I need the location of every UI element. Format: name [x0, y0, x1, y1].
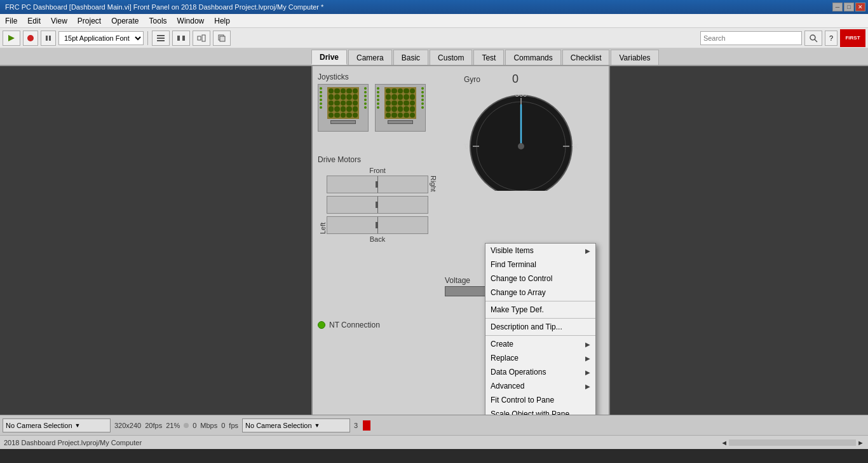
nt-dot: [318, 321, 325, 329]
joystick-1-left-dots: [320, 87, 322, 109]
ctx-find-terminal[interactable]: Find Terminal: [485, 258, 595, 272]
joystick-1-right-dots: [364, 87, 367, 109]
ctx-advanced[interactable]: Advanced ▶: [485, 379, 595, 393]
svg-rect-10: [202, 35, 205, 41]
panel-area: Joysticks: [0, 66, 868, 415]
menu-edit[interactable]: Edit: [22, 14, 46, 27]
dot: [421, 95, 424, 97]
ctx-sep-2: [485, 318, 595, 319]
ctx-data-operations[interactable]: Data Operations ▶: [485, 365, 595, 379]
ctx-advanced-label: Advanced: [491, 382, 524, 390]
search-input[interactable]: [700, 31, 802, 45]
close-button[interactable]: ✕: [855, 3, 865, 11]
camera-mbps-val: 0: [193, 422, 196, 429]
help-button[interactable]: ?: [825, 31, 837, 46]
dot: [377, 106, 379, 109]
dot: [334, 88, 339, 93]
run-arrow-button[interactable]: [3, 31, 20, 46]
camera-mbps-label: Mbps: [200, 422, 217, 429]
svg-marker-0: [8, 35, 15, 41]
dot: [341, 100, 346, 106]
dot: [346, 106, 351, 111]
motor-bar-3: [327, 216, 428, 234]
ctx-replace[interactable]: Replace ▶: [485, 351, 595, 365]
tab-basic[interactable]: Basic: [393, 50, 428, 65]
dot: [334, 94, 339, 99]
dot: [398, 88, 403, 93]
menu-file[interactable]: File: [0, 14, 22, 27]
resize-button[interactable]: [193, 31, 210, 46]
tab-custom[interactable]: Custom: [430, 50, 472, 65]
dot: [421, 99, 424, 101]
joystick-2: [375, 84, 426, 132]
left-panel: [0, 66, 311, 415]
dot: [353, 106, 358, 111]
tab-camera[interactable]: Camera: [348, 50, 392, 65]
dot: [341, 88, 346, 93]
joystick-2-right-dots: [421, 87, 424, 109]
drive-motors-front: Front: [318, 167, 437, 174]
font-select[interactable]: 15pt Application Font: [58, 31, 144, 45]
dot: [346, 113, 351, 118]
tab-drive[interactable]: Drive: [311, 50, 347, 65]
gyro-section: Gyro 0 360 90 -270: [464, 73, 578, 191]
dot: [377, 95, 379, 97]
pause-button[interactable]: [41, 31, 56, 46]
tab-strip: Drive Camera Basic Custom Test Commands …: [0, 48, 868, 66]
dot: [364, 102, 367, 105]
scroll-right-icon[interactable]: ►: [857, 439, 864, 446]
ctx-fit-control[interactable]: Fit Control to Pane: [485, 393, 595, 407]
maximize-button[interactable]: □: [844, 3, 854, 11]
camera-bar: No Camera Selection ▼ 320x240 20fps 21% …: [0, 415, 868, 435]
distribute-button[interactable]: [172, 31, 190, 46]
gyro-label: Gyro: [464, 75, 480, 84]
svg-point-24: [518, 143, 524, 149]
camera-left-select[interactable]: No Camera Selection ▼: [3, 418, 111, 432]
order-button[interactable]: [213, 31, 231, 46]
menu-view[interactable]: View: [46, 14, 72, 27]
dot: [421, 102, 424, 105]
dot: [398, 113, 403, 118]
camera-left-select-arrow: ▼: [75, 422, 81, 429]
ctx-change-to-control[interactable]: Change to Control: [485, 272, 595, 286]
minimize-button[interactable]: ─: [832, 3, 843, 11]
ctx-change-to-array[interactable]: Change to Array: [485, 286, 595, 300]
search-button[interactable]: [804, 31, 822, 46]
dot: [346, 88, 351, 93]
tab-variables[interactable]: Variables: [611, 50, 658, 65]
ctx-sep-3: [485, 335, 595, 336]
scroll-left-icon[interactable]: ◄: [721, 439, 728, 446]
ctx-visible-items[interactable]: Visible Items ▶: [485, 244, 595, 258]
tab-commands[interactable]: Commands: [505, 50, 560, 65]
dot: [377, 87, 379, 90]
main-content: Drive Camera Basic Custom Test Commands …: [0, 48, 868, 435]
dot: [341, 94, 346, 99]
status-scrollbar[interactable]: ◄ ►: [721, 439, 864, 446]
ctx-create-label: Create: [491, 340, 513, 349]
menu-window[interactable]: Window: [172, 14, 210, 27]
joysticks-section: Joysticks: [318, 73, 426, 132]
svg-rect-2: [46, 36, 48, 41]
menu-tools[interactable]: Tools: [144, 14, 172, 27]
nt-connection: NT Connection: [318, 321, 380, 329]
svg-rect-12: [220, 36, 225, 41]
menu-help[interactable]: Help: [209, 14, 235, 27]
menu-operate[interactable]: Operate: [106, 14, 144, 27]
dot: [341, 106, 346, 111]
dot: [421, 87, 424, 90]
align-button[interactable]: [152, 31, 170, 46]
tab-test[interactable]: Test: [473, 50, 504, 65]
dot: [403, 100, 409, 106]
tab-checklist[interactable]: Checklist: [562, 50, 610, 65]
ctx-make-type-def[interactable]: Make Type Def.: [485, 303, 595, 317]
ctx-advanced-arrow: ▶: [585, 383, 590, 390]
camera-right-select[interactable]: No Camera Selection ▼: [242, 418, 350, 432]
ctx-create[interactable]: Create ▶: [485, 337, 595, 351]
menu-bar: File Edit View Project Operate Tools Win…: [0, 14, 868, 28]
dot: [377, 91, 379, 93]
joystick-1-bar: [330, 120, 356, 124]
ctx-scale-object[interactable]: Scale Object with Pane: [485, 407, 595, 415]
ctx-description[interactable]: Description and Tip...: [485, 320, 595, 334]
menu-project[interactable]: Project: [72, 14, 106, 27]
stop-button[interactable]: [23, 31, 38, 46]
